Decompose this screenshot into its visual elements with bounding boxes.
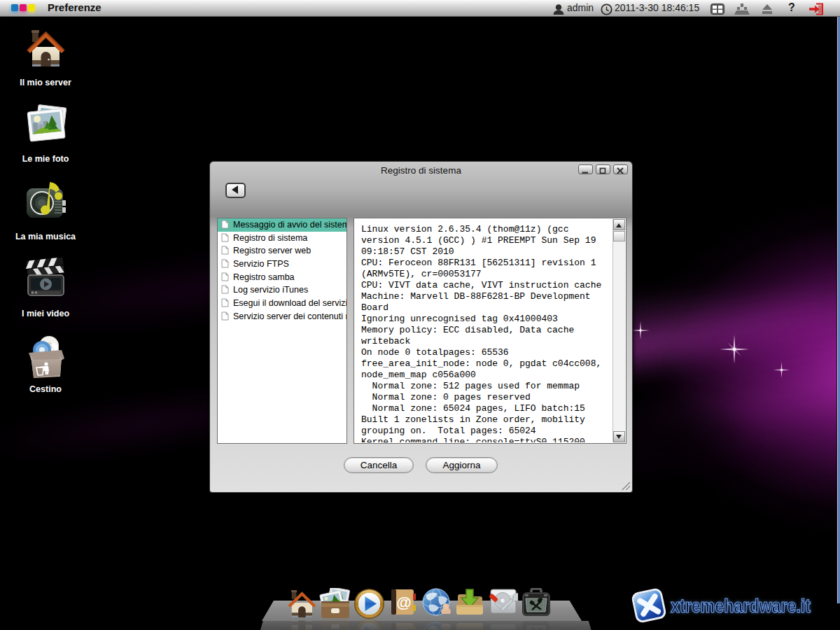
svg-text:@: @ [396,594,411,611]
